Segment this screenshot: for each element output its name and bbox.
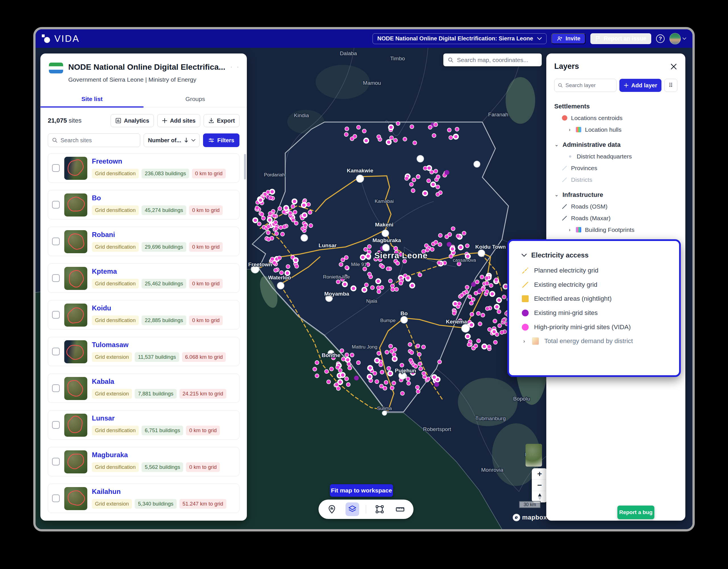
site-checkbox[interactable] — [52, 495, 60, 502]
invite-button[interactable]: Invite — [551, 33, 586, 44]
site-checkbox[interactable] — [52, 237, 60, 245]
site-list[interactable]: Freetown Grid densification 236,083 buil… — [40, 152, 247, 521]
user-menu[interactable] — [669, 33, 686, 44]
compass-button[interactable] — [532, 491, 547, 502]
chevron-down-icon[interactable] — [522, 254, 527, 257]
report-bug-button[interactable]: Report a bug — [617, 506, 654, 519]
layer-row-roads-maxar-[interactable]: Roads (Maxar) — [562, 212, 677, 224]
add-layer-button[interactable]: Add layer — [619, 79, 661, 92]
site-card[interactable]: Freetown Grid densification 236,083 buil… — [48, 153, 239, 183]
layer-row-district-headquarters[interactable]: District headquarters — [567, 150, 677, 162]
site-card[interactable]: Kptema Grid densification 25,462 buildin… — [48, 263, 239, 293]
svg-text:Dalaba: Dalaba — [340, 50, 357, 56]
site-type-badge: Grid extension — [92, 389, 132, 399]
site-name[interactable]: Lunsar — [92, 414, 220, 422]
add-sites-button[interactable]: Add sites — [157, 114, 200, 127]
tab-site-list[interactable]: Site list — [40, 92, 144, 107]
site-name[interactable]: Koidu — [92, 304, 223, 312]
report-issue-button[interactable]: Report an issue — [590, 33, 651, 44]
site-card[interactable]: Kailahun Grid extension 5,340 buildings … — [48, 484, 239, 513]
legend-item-planned-electricity-grid[interactable]: Planned electricity grid — [522, 266, 668, 275]
legend-item-electrified-areas-nightlight-[interactable]: Electrified areas (nightlight) — [522, 294, 668, 304]
chevron-right-icon[interactable]: › — [522, 338, 527, 344]
select-area-tool-button[interactable] — [373, 502, 386, 516]
layer-row-districts[interactable]: Districts — [562, 174, 677, 185]
book-icon[interactable] — [231, 63, 232, 71]
site-card[interactable]: Robani Grid densification 29,696 buildin… — [48, 227, 239, 256]
site-checkbox[interactable] — [52, 274, 60, 282]
layer-row-settlements[interactable]: Settlements — [554, 100, 677, 112]
site-search-input[interactable] — [61, 137, 136, 144]
site-checkbox[interactable] — [52, 421, 60, 429]
layer-row-administrative-data[interactable]: ⌄Administrative data — [554, 139, 677, 150]
site-checkbox[interactable] — [52, 348, 60, 355]
site-checkbox[interactable] — [52, 384, 60, 392]
tab-groups[interactable]: Groups — [144, 92, 247, 107]
site-checkbox[interactable] — [52, 164, 60, 172]
export-button[interactable]: Export — [204, 114, 239, 127]
app-window: DalabaTimboMamouKindiaFaranahPordariahKa… — [33, 27, 695, 531]
site-name[interactable]: Tulomasaw — [92, 341, 226, 349]
site-name[interactable]: Kptema — [92, 267, 223, 275]
site-card[interactable]: Koidu Grid densification 22,885 building… — [48, 300, 239, 330]
site-buildings-badge: 6,751 buildings — [142, 426, 183, 435]
map-search[interactable] — [443, 53, 542, 66]
layer-row-locations-centroids[interactable]: Locations centroids — [562, 112, 677, 124]
workspace-selector[interactable]: NODE National Online Digital Electrifica… — [373, 33, 547, 44]
legend-item-high-priority-mini-grid-sites-vida-[interactable]: High-priority mini-grid sites (VIDA) — [522, 323, 668, 332]
site-name[interactable]: Bo — [92, 194, 223, 202]
fit-map-button[interactable]: Fit map to workspace — [330, 484, 393, 497]
site-buildings-badge: 11,537 buildings — [135, 352, 179, 362]
compass-icon — [537, 493, 543, 500]
layer-search-input[interactable] — [565, 82, 613, 88]
site-card[interactable]: Bo Grid densification 45,274 buildings 0… — [48, 190, 239, 219]
chevron-down-icon[interactable]: ⌄ — [554, 142, 559, 148]
legend-item-existing-mini-grid-sites[interactable]: Existing mini-grid sites — [522, 309, 668, 318]
legend-item-total-energy-demand-by-district[interactable]: ›Total energy demand by district — [522, 337, 668, 346]
legend-item-existing-electricity-grid[interactable]: Existing electricity grid — [522, 280, 668, 290]
site-checkbox[interactable] — [52, 311, 60, 319]
layers-tool-button[interactable] — [346, 502, 359, 516]
help-button[interactable]: ? — [656, 34, 665, 43]
analytics-button[interactable]: Analytics — [111, 114, 154, 127]
chevron-right-icon[interactable]: › — [567, 227, 572, 233]
site-card[interactable]: Magburaka Grid densification 5,562 build… — [48, 447, 239, 476]
site-name[interactable]: Kabala — [92, 378, 226, 386]
close-icon[interactable] — [670, 63, 677, 70]
site-name[interactable]: Robani — [92, 231, 223, 239]
layer-search[interactable] — [554, 79, 617, 92]
site-checkbox[interactable] — [52, 201, 60, 208]
layer-row-provinces[interactable]: Provinces — [562, 162, 677, 174]
site-card[interactable]: Lunsar Grid densification 6,751 building… — [48, 410, 239, 440]
site-name[interactable]: Magburaka — [92, 451, 220, 459]
layers-title: Layers — [554, 62, 579, 71]
layer-row-roads-osm-[interactable]: Roads (OSM) — [562, 200, 677, 212]
site-thumbnail — [64, 230, 87, 253]
electricity-access-title[interactable]: Electricity access — [531, 251, 588, 259]
zoom-out-button[interactable]: − — [532, 480, 547, 491]
map-search-input[interactable] — [457, 57, 537, 63]
sort-dropdown[interactable]: Number of... — [144, 133, 200, 147]
layer-row-location-hulls[interactable]: ›Location hulls — [567, 124, 677, 135]
filters-button[interactable]: Filters — [203, 133, 239, 147]
chevron-right-icon[interactable]: › — [567, 127, 572, 132]
site-count: 21,075 sites — [48, 117, 82, 124]
svg-text:Mattru Jong: Mattru Jong — [352, 344, 377, 350]
site-search[interactable] — [48, 133, 140, 147]
zoom-in-button[interactable]: + — [532, 468, 547, 480]
gear-icon[interactable] — [237, 63, 238, 71]
site-name[interactable]: Freetown — [92, 157, 226, 165]
site-marker-tool-button[interactable] — [325, 502, 339, 516]
layer-row-building-footprints[interactable]: ›Building Footprints — [567, 224, 677, 235]
layer-row-infrastructure[interactable]: ⌄Infrastructure — [554, 189, 677, 200]
measure-tool-button[interactable] — [393, 502, 407, 516]
site-card[interactable]: Tulomasaw Grid extension 11,537 building… — [48, 337, 239, 366]
site-distance-badge: 24.215 km to grid — [179, 389, 226, 399]
site-name[interactable]: Kailahun — [92, 488, 226, 496]
basemap-thumbnail[interactable] — [526, 444, 542, 467]
site-card[interactable]: Kabala Grid extension 7,881 buildings 24… — [48, 374, 239, 403]
chevron-down-icon[interactable]: ⌄ — [554, 192, 559, 198]
layer-options-button[interactable]: ⠿ — [664, 79, 677, 92]
site-checkbox[interactable] — [52, 458, 60, 466]
scrollbar-thumb[interactable] — [244, 154, 246, 179]
